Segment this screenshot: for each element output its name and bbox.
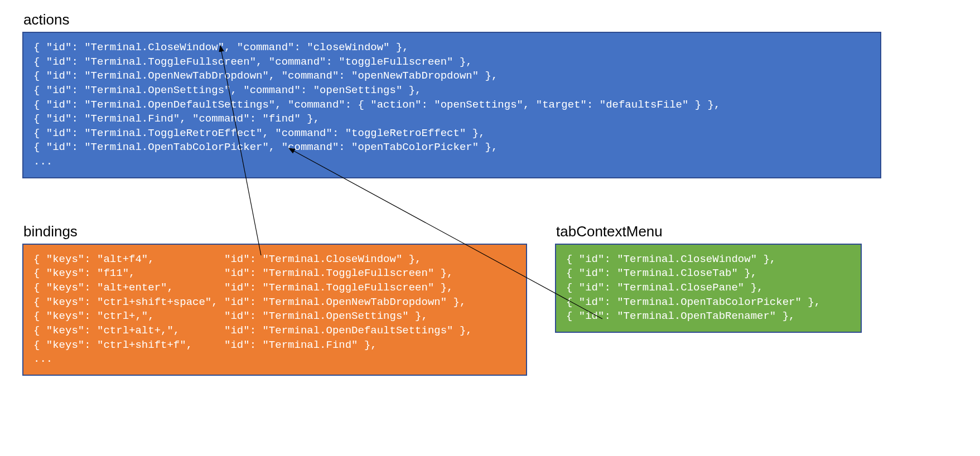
tabcontextmenu-code-box: { "id": "Terminal.CloseWindow" }, { "id"… <box>555 244 862 333</box>
tabcontextmenu-title: tabContextMenu <box>556 223 862 240</box>
actions-section: actions { "id": "Terminal.CloseWindow", … <box>22 11 958 178</box>
bindings-code-box: { "keys": "alt+f4", "id": "Terminal.Clos… <box>22 244 527 376</box>
bindings-section: bindings { "keys": "alt+f4", "id": "Term… <box>22 223 527 376</box>
actions-code-box: { "id": "Terminal.CloseWindow", "command… <box>22 32 881 178</box>
bindings-title: bindings <box>23 223 527 240</box>
tabcontextmenu-section: tabContextMenu { "id": "Terminal.CloseWi… <box>555 223 862 333</box>
actions-title: actions <box>23 11 958 28</box>
